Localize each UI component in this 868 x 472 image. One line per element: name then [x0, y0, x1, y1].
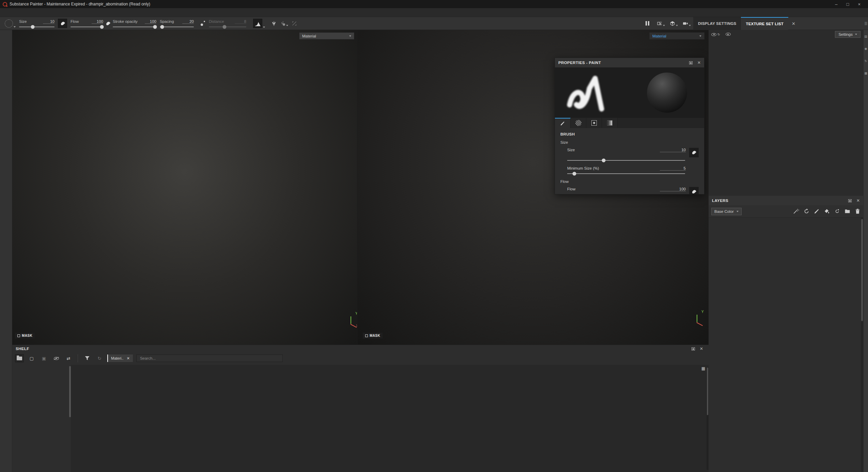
flow-pressure-toggle[interactable] — [106, 21, 110, 26]
size-value[interactable]: 10 — [660, 148, 686, 152]
scatter-icon[interactable] — [200, 20, 205, 27]
spacing-control[interactable]: Spacing20 — [160, 19, 194, 28]
solo-view-icon[interactable] — [726, 32, 731, 37]
filter-chip[interactable]: Materi..✕ — [107, 355, 133, 362]
remove-filter-icon[interactable]: ✕ — [127, 356, 130, 361]
maximize-button[interactable]: □ — [847, 2, 849, 7]
import-resources-icon[interactable]: ⇄ — [64, 354, 73, 362]
add-smart-material-icon[interactable] — [804, 208, 809, 214]
search-input[interactable] — [139, 356, 280, 361]
shelf-search — [136, 355, 283, 362]
minimum-size-slider[interactable] — [567, 173, 685, 174]
stroke-opacity-value[interactable]: 100 — [145, 19, 156, 24]
material-mode-dropdown-3d[interactable]: Material — [299, 32, 354, 40]
flow-value[interactable]: 100 — [660, 187, 686, 191]
flow-slider[interactable] — [71, 27, 103, 27]
tool-column — [0, 30, 12, 472]
chevron-down-icon — [263, 27, 265, 28]
lazy-mouse-icon — [292, 21, 297, 26]
tab-material[interactable] — [602, 118, 618, 128]
layers-toolbar: Base Color — [709, 205, 863, 218]
tab-texture-set-list[interactable]: TEXTURE SET LIST — [741, 17, 788, 30]
materials-grid: ▦ — [71, 365, 709, 472]
size-pressure-toggle[interactable] — [689, 148, 699, 157]
camera-button[interactable] — [683, 21, 691, 26]
grid-scrollbar[interactable] — [707, 367, 709, 470]
chevron-down-icon — [14, 26, 16, 28]
minimize-button[interactable]: – — [835, 2, 837, 7]
mask-icon — [17, 334, 20, 337]
add-paint-layer-icon[interactable] — [814, 208, 820, 214]
undock-panel-icon[interactable] — [689, 61, 693, 64]
material-preview-sphere — [647, 73, 687, 113]
tab-brush[interactable] — [555, 118, 571, 128]
close-button[interactable]: × — [858, 2, 861, 7]
pause-engine-button[interactable] — [646, 21, 649, 26]
right-dock: ↻ Settings LAYERS ✕ Base Color — [709, 30, 868, 472]
refresh-shelf-icon[interactable]: ↻ — [95, 354, 104, 362]
close-panel-icon[interactable]: ✕ — [697, 60, 701, 65]
toggle-all-visibility-icon[interactable]: ↻ — [711, 33, 720, 36]
flow-pressure-toggle[interactable] — [689, 187, 699, 194]
brush-shape-icon[interactable] — [5, 19, 13, 28]
dock-layers-icon[interactable]: ▦ — [864, 72, 867, 75]
tab-alpha[interactable] — [571, 118, 586, 128]
undock-panel-icon[interactable] — [692, 347, 695, 350]
spacing-value[interactable]: 20 — [182, 19, 194, 24]
size-slider[interactable] — [567, 160, 685, 161]
dock-handle-icon[interactable]: |||| — [865, 21, 867, 25]
symmetry-settings-icon[interactable] — [280, 21, 285, 26]
distance-control: Distance8 — [209, 19, 246, 28]
size-label: Size — [19, 19, 27, 23]
layers-scrollbar[interactable] — [861, 218, 863, 472]
dock-history-icon[interactable]: ↻ — [865, 59, 867, 63]
3d-view-mode-button[interactable] — [670, 21, 678, 26]
dock-shader-settings-icon[interactable]: ◉ — [865, 47, 867, 50]
symmetry-icon[interactable] — [271, 21, 277, 26]
shelf-title: SHELF — [16, 347, 29, 351]
add-fill-layer-icon[interactable] — [824, 208, 830, 214]
flow-control[interactable]: Flow100 — [71, 19, 103, 28]
viewport-layout-button[interactable] — [657, 21, 665, 26]
hidden-resources-icon[interactable] — [52, 354, 61, 362]
add-smart-mask-icon[interactable] — [834, 208, 840, 214]
material-mode-dropdown-2d[interactable]: Material — [649, 32, 704, 40]
size-pressure-toggle[interactable] — [58, 19, 67, 28]
undock-panel-icon[interactable] — [848, 199, 852, 202]
distance-slider — [209, 27, 246, 27]
filter-funnel-icon[interactable] — [83, 354, 92, 362]
stroke-opacity-slider[interactable] — [113, 27, 156, 27]
shelf-categories — [12, 365, 71, 472]
mask-icon — [365, 334, 368, 337]
texture-set-header: ↻ Settings — [709, 30, 863, 39]
delete-layer-icon[interactable] — [855, 208, 861, 214]
close-panel-icon[interactable]: ✕ — [856, 198, 860, 203]
texture-set-settings-button[interactable]: Settings — [835, 31, 861, 38]
flow-value[interactable]: 100 — [92, 19, 103, 24]
close-panel-icon[interactable]: ✕ — [700, 346, 703, 351]
stroke-opacity-control[interactable]: Stroke opacity100 — [113, 19, 156, 28]
material-mode-label: Material — [652, 34, 666, 38]
size-control[interactable]: Size10 — [19, 19, 55, 28]
app-logo-icon — [3, 2, 7, 6]
layers-panel: LAYERS ✕ Base Color — [709, 196, 863, 472]
new-resource-icon[interactable]: ▢ — [27, 354, 36, 362]
dock-display-settings-icon[interactable]: ▤ — [864, 35, 867, 38]
add-effect-wand-icon[interactable] — [793, 208, 799, 214]
tab-display-settings[interactable]: DISPLAY SETTINGS — [693, 17, 741, 30]
size-value[interactable]: 10 — [43, 19, 55, 24]
channel-selector-dropdown[interactable]: Base Color — [711, 208, 742, 215]
material-mode-label: Material — [302, 34, 316, 38]
minimum-size-label: Minimum Size (%) — [567, 166, 599, 170]
falloff-curve-icon[interactable] — [253, 19, 262, 28]
3d-viewport[interactable]: Material MASK Y X — [12, 30, 357, 345]
add-group-icon[interactable] — [844, 208, 850, 214]
tab-stencil[interactable] — [586, 118, 602, 128]
minimum-size-value[interactable]: 5 — [660, 166, 686, 171]
save-resources-icon: ▣ — [40, 354, 48, 362]
shelf-folder-icon[interactable] — [15, 354, 24, 362]
size-slider[interactable] — [19, 27, 55, 27]
grid-view-icon[interactable]: ▦ — [701, 366, 705, 371]
tab-close-icon[interactable]: ✕ — [788, 17, 799, 30]
spacing-slider[interactable] — [160, 27, 194, 27]
